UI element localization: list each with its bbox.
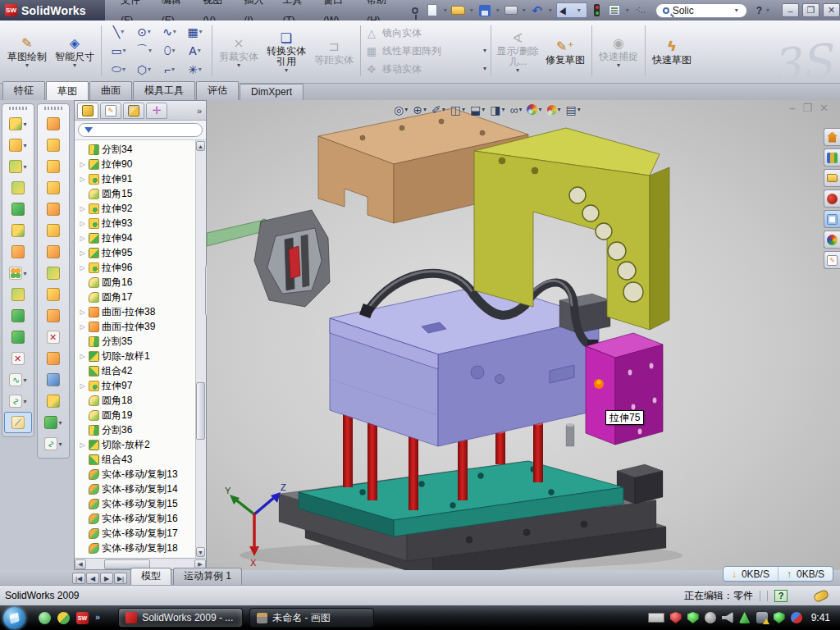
graphics-viewport[interactable]: Y Z X ◎ ⊕ ✐ ◫ ⬓ ◨ [207,100,840,570]
feature-tree-item[interactable]: 拉伸95 [75,245,206,260]
move-body-icon[interactable] [4,326,32,348]
convert-entities-button[interactable]: ❏ 转换实体引用 [262,28,310,74]
undo-button[interactable]: ↶ [530,2,545,18]
feature-tree-item[interactable]: 实体-移动/复制18 [75,541,206,555]
scroll-left-arrow-icon[interactable]: ◀ [75,559,86,569]
extruded-cut-icon[interactable] [4,113,32,135]
ellipse-icon[interactable]: ⬯ [157,43,182,57]
feature-tree-item[interactable]: 实体-移动/复制13 [75,467,206,482]
delete-body-icon[interactable] [4,348,32,369]
feature-tree-item[interactable]: 拉伸93 [75,216,206,231]
save-button[interactable] [477,2,492,18]
expand-arrow-icon[interactable] [79,308,86,316]
rectangle-icon[interactable]: ▭ [106,44,131,57]
open-button[interactable] [451,2,466,18]
rebuild-button[interactable] [590,2,605,18]
feature-tree-item[interactable]: 圆角18 [75,393,206,408]
pin-toolbar-button[interactable] [408,2,422,18]
design-library-tab[interactable] [824,148,840,167]
command-tab[interactable]: DimXpert [240,84,304,100]
document-tab[interactable]: 模型 [130,568,171,585]
help-dropdown-arrow-icon[interactable] [765,7,771,14]
search-box[interactable]: Solic [655,3,747,18]
combine-icon[interactable] [4,284,32,305]
feature-tree-item[interactable]: 圆角16 [75,275,206,290]
zoom-area-icon[interactable]: ⊕ [413,103,427,116]
tab-nav-arrow-button[interactable]: ◀ [86,573,99,584]
point-icon[interactable]: ✳ [182,63,208,76]
feature-tree-item[interactable]: 实体-移动/复制16 [75,511,206,526]
draft-icon[interactable] [4,220,32,241]
search-input[interactable]: Solic [673,5,730,16]
feature-tree-item[interactable]: 拉伸94 [75,231,206,245]
restore-button[interactable]: ❐ [802,3,819,17]
expand-arrow-icon[interactable] [79,220,86,227]
tab-nav-arrow-button[interactable]: ▶ [100,573,113,584]
appearances-tab[interactable] [824,231,840,249]
network-warning-tray-icon[interactable] [756,612,768,623]
swept-cut-icon[interactable] [4,156,32,177]
arc-icon[interactable]: ⌒ [131,43,157,58]
magnified-selection-icon[interactable]: ✐ [431,103,445,116]
part-hose-manifold[interactable] [559,294,610,333]
new-dropdown-arrow-icon[interactable] [442,7,449,14]
measure-icon[interactable] [4,412,32,433]
view-orientation-icon[interactable]: ⬓ [470,103,485,116]
tree-filter-input[interactable] [78,123,203,137]
shut-off-surface-icon[interactable] [39,412,67,433]
expand-arrow-icon[interactable] [79,323,86,331]
feature-tree-item[interactable]: 实体-移动/复制14 [75,482,206,496]
revolved-boss-icon[interactable] [39,135,67,156]
help-button[interactable]: ? [756,5,762,16]
print-dropdown-arrow-icon[interactable] [521,7,527,14]
section-view-icon[interactable]: ◫ [450,103,465,116]
swept-boss-icon[interactable] [39,113,67,135]
tree-vertical-scrollbar[interactable]: ▲ ▼ [195,140,206,558]
volume-tray-icon[interactable] [722,612,733,623]
select-button[interactable]: ▶ [557,3,572,17]
feature-tree-item[interactable]: 分割34 [75,142,206,157]
part-rail-block[interactable] [617,464,663,504]
part-insert-block[interactable] [586,333,663,445]
zoom-fit-icon[interactable]: ◎ [394,103,408,116]
extruded-boss-icon[interactable] [39,156,67,177]
feature-tree-item[interactable]: 曲面-拉伸39 [75,319,206,334]
security-shield-tray-icon[interactable] [687,612,699,623]
propertymanager-tab[interactable] [100,103,121,119]
feature-tree-item[interactable]: 分割36 [75,422,206,437]
expand-arrow-icon[interactable] [79,264,86,272]
ruled-surface-icon[interactable] [39,369,67,390]
command-tab[interactable]: 特征 [2,81,45,100]
doc-minimize-button[interactable]: – [789,102,795,114]
command-tab[interactable]: 曲面 [89,81,132,100]
tag-icon[interactable] [813,588,830,603]
panel-overflow-chevron[interactable]: » [197,106,203,116]
feature-tree-item[interactable]: 组合42 [75,363,206,378]
antivirus-tray-icon[interactable] [670,612,682,623]
command-tab[interactable]: 模具工具 [133,81,195,100]
apply-scene-icon[interactable]: ● [547,105,561,115]
line-icon[interactable]: ╲ [106,25,131,39]
circle-icon[interactable]: ⊙ [131,25,157,39]
feature-tree-item[interactable]: 圆角15 [75,186,206,201]
close-button[interactable]: ✕ [823,3,840,17]
tree-scroll-thumb[interactable] [196,382,205,440]
taskbar-task-button[interactable]: 未命名 - 画图 [249,608,374,628]
configurationmanager-tab[interactable] [123,103,144,119]
text-icon[interactable]: A [182,44,208,57]
part-small-pin[interactable] [566,423,574,446]
shell-icon[interactable] [4,199,32,220]
feature-tree-item[interactable]: 拉伸96 [75,260,206,275]
save-dropdown-arrow-icon[interactable] [495,7,501,14]
lofted-boss-icon[interactable] [39,177,67,199]
hole-wizard-icon[interactable] [4,241,32,262]
print-button[interactable] [504,2,518,18]
tab-nav-arrow-button[interactable]: |◀ [72,573,85,584]
boundary-boss-icon[interactable] [39,199,67,220]
display-style-icon[interactable]: ◨ [490,103,504,116]
hide-show-items-icon[interactable]: ∞ [509,103,522,116]
feature-tree-item[interactable]: 分割35 [75,334,206,349]
command-tab[interactable]: 草图 [46,81,89,101]
feature-tree-item[interactable]: 圆角17 [75,290,206,304]
taskbar-task-button[interactable]: SolidWorks 2009 - ... [118,608,243,628]
